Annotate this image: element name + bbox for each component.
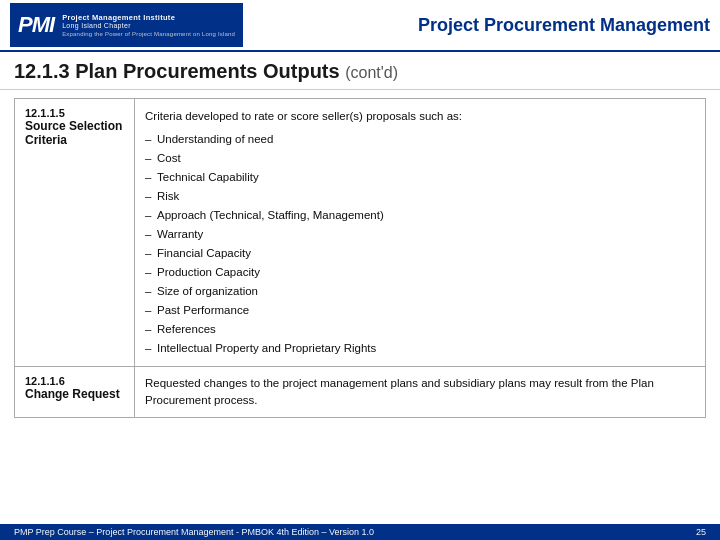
logo-line1: Project Management Institute (62, 13, 235, 22)
change-request-description: Requested changes to the project managem… (145, 375, 695, 410)
footer-label: PMP Prep Course – Project Procurement Ma… (14, 527, 374, 537)
header-title: Project Procurement Management (259, 15, 710, 36)
row1-number: 12.1.1.5 (25, 107, 124, 119)
page-title-prefix: 12.1.3 Plan Procurements Outputs (14, 60, 340, 82)
list-item: Technical Capability (145, 168, 695, 187)
list-item: Risk (145, 187, 695, 206)
list-item: References (145, 320, 695, 339)
page-title: 12.1.3 Plan Procurements Outputs (cont'd… (14, 60, 706, 83)
row2-title: Change Request (25, 387, 124, 401)
list-item: Past Performance (145, 301, 695, 320)
row1-content-cell: Criteria developed to rate or score sell… (135, 99, 706, 367)
list-item: Understanding of need (145, 130, 695, 149)
row2-label-cell: 12.1.1.6 Change Request (15, 366, 135, 418)
list-item: Cost (145, 149, 695, 168)
row1-title: Source SelectionCriteria (25, 119, 124, 147)
footer: PMP Prep Course – Project Procurement Ma… (0, 524, 720, 540)
criteria-intro: Criteria developed to rate or score sell… (145, 107, 695, 126)
list-item: Approach (Technical, Staffing, Managemen… (145, 206, 695, 225)
table-row: 12.1.1.5 Source SelectionCriteria Criter… (15, 99, 706, 367)
logo-line2: Long Island Chapter (62, 22, 235, 29)
pmi-logo: PMI (18, 12, 54, 38)
criteria-list: Criteria developed to rate or score sell… (145, 107, 695, 358)
logo-line3: Expanding the Power of Project Managemen… (62, 31, 235, 37)
logo-text: Project Management Institute Long Island… (62, 13, 235, 37)
header: PMI Project Management Institute Long Is… (0, 0, 720, 52)
list-item: Financial Capacity (145, 244, 695, 263)
list-item: Size of organization (145, 282, 695, 301)
row2-number: 12.1.1.6 (25, 375, 124, 387)
footer-page: 25 (696, 527, 706, 537)
row2-content-cell: Requested changes to the project managem… (135, 366, 706, 418)
list-item: Warranty (145, 225, 695, 244)
page-title-bar: 12.1.3 Plan Procurements Outputs (cont'd… (0, 52, 720, 90)
logo-box: PMI Project Management Institute Long Is… (10, 3, 243, 47)
list-item: Production Capacity (145, 263, 695, 282)
criteria-items: Understanding of need Cost Technical Cap… (145, 130, 695, 358)
main-table: 12.1.1.5 Source SelectionCriteria Criter… (14, 98, 706, 418)
table-row: 12.1.1.6 Change Request Requested change… (15, 366, 706, 418)
list-item: Intellectual Property and Proprietary Ri… (145, 339, 695, 358)
row1-label-cell: 12.1.1.5 Source SelectionCriteria (15, 99, 135, 367)
